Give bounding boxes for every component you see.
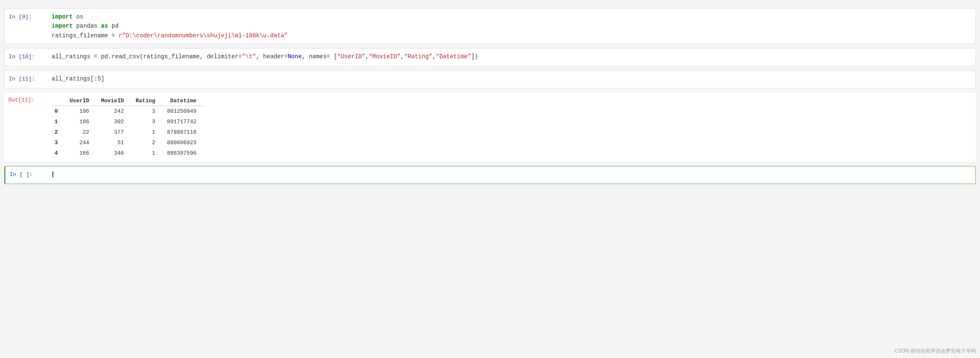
col-header-movieid: MovieID xyxy=(98,96,133,106)
cell-11-content[interactable]: all_ratings[:5] xyxy=(47,71,975,87)
cell-10-label: In [10]: xyxy=(5,49,47,66)
table-cell: 891717742 xyxy=(164,117,205,127)
cell-9[interactable]: In [9]: import os import pandas as pd ra… xyxy=(4,8,976,44)
cell-9-label: In [9]: xyxy=(5,9,47,26)
table-row: 11863023891717742 xyxy=(51,117,205,127)
code-line: ratings_filename = r”D:\coder\randomnumb… xyxy=(52,31,970,40)
table-cell: 0 xyxy=(51,106,66,117)
col-header-index xyxy=(51,96,66,106)
table-cell: 878887116 xyxy=(164,127,205,137)
table-cell: 886397596 xyxy=(164,148,205,158)
table-row: 01962423881250949 xyxy=(51,106,205,117)
code-line: all_ratings = pd.read_csv(ratings_filena… xyxy=(52,52,970,61)
col-header-datetime: Datetime xyxy=(164,96,205,106)
cell-10-content[interactable]: all_ratings = pd.read_csv(ratings_filena… xyxy=(47,49,975,65)
table-cell: 346 xyxy=(98,148,133,158)
table-cell: 3 xyxy=(132,117,164,127)
cell-9-content[interactable]: import os import pandas as pd ratings_fi… xyxy=(47,9,975,44)
text-cursor xyxy=(52,171,53,177)
table-cell: 166 xyxy=(66,148,98,158)
table-cell: 1 xyxy=(132,148,164,158)
output-11-content: UserID MovieID Rating Datetime 019624238… xyxy=(46,93,976,162)
output-11-label: Out[11]: xyxy=(4,93,46,107)
table-cell: 242 xyxy=(98,106,133,117)
active-cell-content[interactable] xyxy=(47,166,975,182)
code-line: import os xyxy=(52,12,970,21)
table-cell: 186 xyxy=(66,117,98,127)
table-cell: 3 xyxy=(51,137,66,148)
cell-11[interactable]: In [11]: all_ratings[:5] xyxy=(4,70,976,88)
table-cell: 1 xyxy=(51,117,66,127)
code-line: all_ratings[:5] xyxy=(52,74,970,83)
table-cell: 4 xyxy=(51,148,66,158)
table-cell: 196 xyxy=(66,106,98,117)
active-cell-label: In [ ]: xyxy=(5,166,47,184)
table-body: 0196242388125094911863023891717742222377… xyxy=(51,106,205,158)
table-cell: 3 xyxy=(132,106,164,117)
cell-10[interactable]: In [10]: all_ratings = pd.read_csv(ratin… xyxy=(4,48,976,66)
table-cell: 880606923 xyxy=(164,137,205,148)
watermark: CSDN @仿生程序员会梦见电子羊吗 xyxy=(894,348,976,355)
table-cell: 51 xyxy=(98,137,133,148)
output-11: Out[11]: UserID MovieID Rating Datetime … xyxy=(4,93,976,162)
table-cell: 22 xyxy=(66,127,98,137)
cell-11-label: In [11]: xyxy=(5,71,47,88)
notebook: In [9]: import os import pandas as pd ra… xyxy=(0,0,980,358)
table-row: 3244512880606923 xyxy=(51,137,205,148)
active-cell[interactable]: In [ ]: xyxy=(4,166,976,184)
table-row: 41663461886397596 xyxy=(51,148,205,158)
table-cell: 2 xyxy=(51,127,66,137)
col-header-userid: UserID xyxy=(66,96,98,106)
table-cell: 377 xyxy=(98,127,133,137)
table-cell: 244 xyxy=(66,137,98,148)
table-cell: 2 xyxy=(132,137,164,148)
table-header-row: UserID MovieID Rating Datetime xyxy=(51,96,205,106)
table-row: 2223771878887116 xyxy=(51,127,205,137)
table-cell: 1 xyxy=(132,127,164,137)
code-line: import pandas as pd xyxy=(52,21,970,31)
col-header-rating: Rating xyxy=(132,96,164,106)
data-table: UserID MovieID Rating Datetime 019624238… xyxy=(51,96,205,158)
table-cell: 881250949 xyxy=(164,106,205,117)
table-cell: 302 xyxy=(98,117,133,127)
